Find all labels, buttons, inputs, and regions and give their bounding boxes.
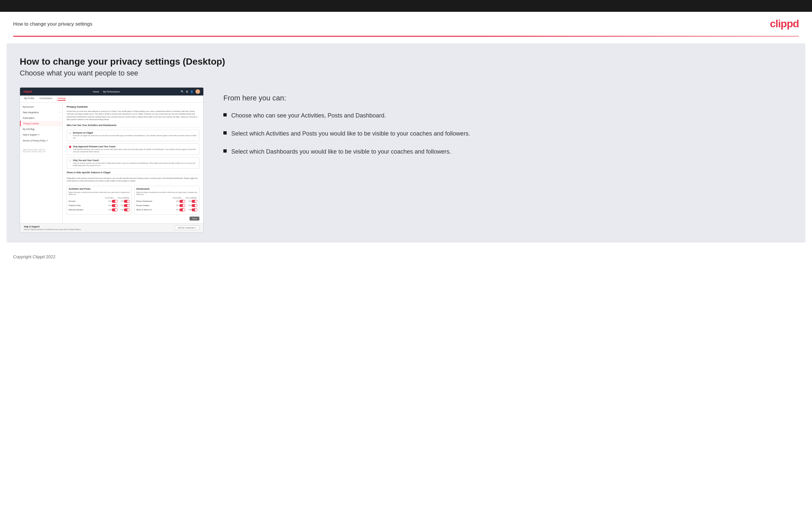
bullet-icon	[223, 149, 226, 153]
sc-sidebar-service[interactable]: Service & Privacy Policy ↗	[20, 138, 62, 144]
sc-main-panel: Privacy Controls Control how you and you…	[63, 103, 203, 223]
logo: clippd	[770, 18, 799, 30]
sc-toggle-insights-followers[interactable]	[192, 204, 197, 207]
sc-visit-community-button[interactable]: Visit Our Community ↗	[175, 225, 199, 230]
sc-privacy-title: Privacy Controls	[67, 105, 199, 108]
bullet-text-1: Choose who can see your Activities, Post…	[231, 112, 386, 120]
sc-avatar[interactable]	[195, 89, 200, 94]
sc-toggle-manual-followers[interactable]	[124, 208, 130, 211]
sc-sidebar-account[interactable]: My Account ›	[20, 104, 62, 110]
sc-toggle-row-workson: What To Work On ON ON	[136, 208, 197, 211]
chevron-icon: ›	[59, 122, 60, 125]
sc-toggle-manual-coaches[interactable]	[112, 208, 117, 211]
sc-radio-dot-everyone	[69, 132, 71, 134]
right-panel: From here you can: Choose who can see yo…	[223, 87, 792, 166]
sc-toggle-row-rounds: Rounds ON ON	[69, 200, 130, 203]
sc-help-bar: Help & Support Visit our Clippd communit…	[20, 223, 203, 232]
sc-grid-icon[interactable]: ⊞	[186, 90, 188, 93]
sc-navbar: clippd Home My Performance 🔍 ⊞ 👤	[20, 88, 203, 96]
from-here-label: From here you can:	[223, 94, 792, 102]
sc-save-button[interactable]: Save	[190, 217, 199, 221]
chevron-icon: ›	[59, 117, 60, 119]
sc-toggle-rounds-coaches[interactable]	[112, 200, 117, 203]
sc-toggle-drills-followers[interactable]	[124, 204, 130, 207]
sc-privacy-desc: Control how you and your data appears to…	[67, 110, 199, 121]
sc-radio-group: Everyone on Clippd Everyone on Clippd ca…	[67, 130, 199, 169]
header-divider	[13, 36, 799, 37]
list-item: Choose who can see your Activities, Post…	[223, 112, 792, 120]
sc-dashboards-box: Dashboards Select the types of activity …	[134, 186, 199, 215]
bullet-list: Choose who can see your Activities, Post…	[223, 112, 792, 156]
sc-radio-dot-followers	[69, 146, 71, 148]
sc-toggle-row-player: Player Dashboard ON ON	[136, 200, 197, 203]
page-title: How to change your privacy settings (Des…	[20, 56, 792, 67]
sc-toggle-row-manual: Manual Activities ON ON	[69, 208, 130, 211]
sc-who-can-see-title: Who Can See Your Activities and Dashboar…	[67, 124, 199, 128]
bullet-text-3: Select which Dashboards you would like t…	[231, 148, 451, 156]
sc-nav-links: Home My Performance	[93, 91, 120, 93]
chevron-icon: ›	[59, 111, 60, 114]
sc-user-icon[interactable]: 👤	[190, 90, 194, 93]
list-item: Select which Dashboards you would like t…	[223, 148, 792, 156]
sc-activities-box: Activities and Posts Select the types of…	[67, 186, 132, 215]
sc-version: Clippd Client Version: 2022.8.2SQL Serve…	[20, 147, 62, 154]
sc-toggle-section: Activities and Posts Select the types of…	[67, 186, 199, 215]
sc-sidebar-help[interactable]: Help & Support ↗	[20, 132, 62, 138]
sc-sidebar-golfbag[interactable]: My Golf Bag ›	[20, 126, 62, 132]
sc-toggle-rounds-followers[interactable]	[124, 200, 130, 203]
sc-help-desc: Visit our Clippd community to troublesho…	[24, 228, 81, 230]
sc-toggle-drills-coaches[interactable]	[112, 204, 117, 207]
sc-toggle-row-insights: Round Insights ON ON	[136, 204, 197, 207]
main-content: How to change your privacy settings (Des…	[7, 43, 805, 242]
sc-show-hide-desc: Regardless of the privacy controls that …	[67, 177, 199, 182]
sc-show-hide-title: Show or hide specific features in Clippd	[67, 171, 199, 175]
sc-toggle-player-followers[interactable]	[192, 200, 197, 203]
sc-radio-everyone[interactable]: Everyone on Clippd Everyone on Clippd ca…	[67, 130, 199, 141]
chevron-icon: ›	[59, 106, 60, 108]
chevron-icon: ›	[59, 128, 60, 130]
sc-save-row: Save	[67, 217, 199, 221]
screenshot-container: clippd Home My Performance 🔍 ⊞ 👤 My Prof…	[20, 87, 204, 233]
sc-tab-profile[interactable]: My Profile	[24, 97, 34, 101]
bullet-text-2: Select which Activities and Posts you wo…	[231, 130, 470, 138]
sc-toggle-workson-coaches[interactable]	[180, 208, 185, 211]
sc-search-icon[interactable]: 🔍	[181, 90, 184, 93]
sc-body: My Account › Data Integrations › Subscri…	[20, 103, 203, 223]
sc-nav-home[interactable]: Home	[93, 91, 99, 93]
sc-tab-connections[interactable]: Connections	[39, 97, 52, 101]
sc-help-title: Help & Support	[24, 225, 81, 228]
sc-radio-followers[interactable]: Only Approved Followers and Your Coach O…	[67, 144, 199, 155]
sc-logo-icon: clippd	[23, 90, 32, 93]
sc-toggle-player-coaches[interactable]	[180, 200, 185, 203]
footer: Copyright Clippd 2022	[0, 249, 812, 265]
sc-tabs: My Profile Connections Settings	[20, 96, 203, 103]
sc-radio-dot-onlyyou	[69, 160, 71, 162]
header: How to change your privacy settings clip…	[0, 12, 812, 36]
sc-toggle-row-drills: Practice Drills ON ON	[69, 204, 130, 207]
bullet-icon	[223, 131, 226, 134]
sc-nav-performance[interactable]: My Performance	[103, 91, 119, 93]
content-row: clippd Home My Performance 🔍 ⊞ 👤 My Prof…	[20, 87, 792, 233]
header-title: How to change your privacy settings	[13, 21, 92, 26]
top-bar	[0, 0, 812, 12]
sc-radio-only-you[interactable]: Only You and Your Coach Only you and the…	[67, 157, 199, 169]
page-subtitle: Choose what you want people to see	[20, 69, 792, 77]
bullet-icon	[223, 113, 226, 116]
list-item: Select which Activities and Posts you wo…	[223, 130, 792, 138]
sc-sidebar: My Account › Data Integrations › Subscri…	[20, 103, 63, 223]
sc-tab-settings[interactable]: Settings	[57, 97, 66, 101]
sc-toggle-insights-coaches[interactable]	[180, 204, 185, 207]
sc-toggle-workson-followers[interactable]	[192, 208, 197, 211]
sc-sidebar-subscription[interactable]: Subscription ›	[20, 115, 62, 121]
copyright-text: Copyright Clippd 2022	[13, 254, 55, 259]
sc-sidebar-privacy[interactable]: Privacy Controls ›	[20, 121, 62, 126]
sc-nav-icons: 🔍 ⊞ 👤	[181, 89, 200, 94]
sc-sidebar-data[interactable]: Data Integrations ›	[20, 110, 62, 115]
